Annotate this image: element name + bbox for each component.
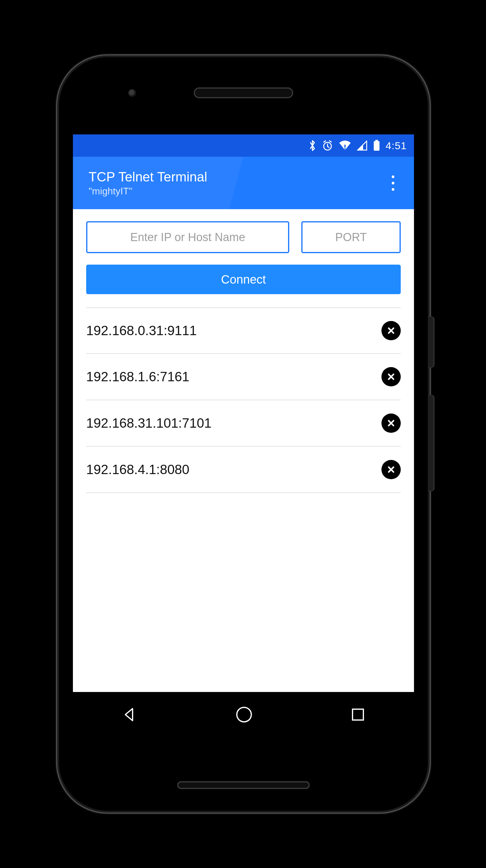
delete-history-button[interactable] — [382, 367, 401, 386]
app-title: TCP Telnet Terminal — [89, 169, 384, 184]
phone-speaker-bottom — [177, 781, 310, 789]
connection-history-list: 192.168.0.31:9111 192.168.1.6:7161 192.1… — [86, 307, 401, 493]
system-nav-bar — [73, 692, 414, 737]
history-item-address: 192.168.31.101:7101 — [86, 415, 382, 431]
phone-side-button-bottom — [428, 395, 434, 491]
connect-button[interactable]: Connect — [86, 265, 401, 294]
overflow-menu-button[interactable] — [384, 168, 402, 198]
phone-side-button-top — [428, 316, 434, 368]
battery-icon — [373, 140, 380, 151]
history-item[interactable]: 192.168.31.101:7101 — [86, 400, 401, 447]
svg-rect-1 — [345, 145, 346, 148]
svg-point-5 — [237, 707, 251, 722]
port-input[interactable] — [301, 221, 401, 253]
phone-speaker-top — [194, 87, 293, 98]
phone-camera — [128, 89, 136, 97]
delete-history-button[interactable] — [382, 460, 401, 479]
history-item[interactable]: 192.168.4.1:8080 — [86, 447, 401, 493]
history-item-address: 192.168.4.1:8080 — [86, 462, 382, 477]
app-subtitle: "mightyIT" — [89, 186, 384, 197]
history-item-address: 192.168.0.31:9111 — [86, 323, 382, 338]
svg-rect-2 — [345, 148, 346, 150]
home-button[interactable] — [235, 705, 253, 724]
screen: 4:51 TCP Telnet Terminal "mightyIT" Conn… — [73, 134, 414, 737]
back-button[interactable] — [121, 706, 138, 723]
app-bar: TCP Telnet Terminal "mightyIT" — [73, 157, 414, 209]
phone-frame: 4:51 TCP Telnet Terminal "mightyIT" Conn… — [59, 57, 428, 811]
delete-history-button[interactable] — [382, 321, 401, 340]
delete-history-button[interactable] — [382, 413, 401, 433]
wifi-icon — [339, 141, 351, 151]
svg-rect-3 — [374, 141, 379, 151]
cell-signal-icon — [357, 141, 367, 151]
svg-rect-4 — [376, 140, 378, 141]
status-time: 4:51 — [386, 140, 407, 152]
ip-host-input[interactable] — [86, 221, 289, 253]
alarm-icon — [322, 140, 333, 151]
svg-rect-6 — [353, 709, 363, 720]
history-item[interactable]: 192.168.0.31:9111 — [86, 307, 401, 354]
recents-button[interactable] — [350, 707, 366, 722]
history-item-address: 192.168.1.6:7161 — [86, 369, 382, 384]
main-content: Connect 192.168.0.31:9111 192.168.1.6:71… — [73, 209, 414, 493]
status-bar: 4:51 — [73, 134, 414, 157]
history-item[interactable]: 192.168.1.6:7161 — [86, 354, 401, 400]
bluetooth-icon — [309, 140, 316, 152]
